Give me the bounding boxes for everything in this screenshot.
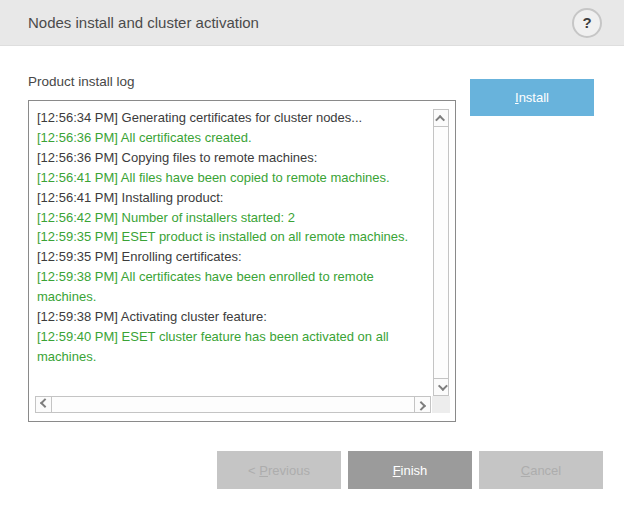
vertical-scrollbar[interactable] <box>433 109 449 396</box>
log-section-label: Product install log <box>28 74 135 89</box>
header: Nodes install and cluster activation ? <box>0 0 624 46</box>
help-button[interactable]: ? <box>572 8 602 38</box>
scroll-left-button[interactable] <box>36 397 52 412</box>
product-install-log[interactable]: [12:56:34 PM] Generating certificates fo… <box>28 100 456 422</box>
previous-button-prefix: < <box>248 463 259 478</box>
install-button[interactable]: Install <box>470 79 594 116</box>
log-line: [12:59:35 PM] ESET product is installed … <box>37 227 423 247</box>
log-line: [12:56:42 PM] Number of installers start… <box>37 208 423 228</box>
previous-button-label: revious <box>268 463 310 478</box>
install-button-label: nstall <box>519 90 549 105</box>
scroll-up-button[interactable] <box>434 110 448 127</box>
log-line: [12:56:41 PM] Installing product: <box>37 188 423 208</box>
scroll-down-button[interactable] <box>434 378 448 395</box>
previous-button-accel: P <box>259 463 268 478</box>
finish-button[interactable]: Finish <box>348 451 472 489</box>
question-mark-icon: ? <box>582 14 591 31</box>
log-line: [12:59:38 PM] Activating cluster feature… <box>37 307 423 327</box>
log-line: [12:59:35 PM] Enrolling certificates: <box>37 247 423 267</box>
chevron-right-icon <box>416 401 426 411</box>
scrollbar-corner <box>432 396 450 413</box>
log-text-area: [12:56:34 PM] Generating certificates fo… <box>29 101 455 421</box>
chevron-up-icon <box>435 114 445 124</box>
previous-button[interactable]: < Previous <box>217 451 341 489</box>
log-line: [12:56:41 PM] All files have been copied… <box>37 168 423 188</box>
log-line: [12:59:38 PM] All certificates have been… <box>37 267 423 307</box>
page-title: Nodes install and cluster activation <box>28 14 259 31</box>
chevron-left-icon <box>40 398 50 408</box>
scroll-right-button[interactable] <box>414 397 430 412</box>
finish-button-accel: F <box>393 463 401 478</box>
log-line: [12:56:34 PM] Generating certificates fo… <box>37 108 423 128</box>
log-line: [12:56:36 PM] Copying files to remote ma… <box>37 148 423 168</box>
log-line: [12:56:36 PM] All certificates created. <box>37 128 423 148</box>
cancel-button[interactable]: Cancel <box>479 451 603 489</box>
wizard-window: Nodes install and cluster activation ? P… <box>0 0 624 511</box>
chevron-down-icon <box>437 381 447 391</box>
horizontal-scrollbar[interactable] <box>35 396 431 413</box>
finish-button-label: inish <box>401 463 428 478</box>
log-line: [12:59:40 PM] ESET cluster feature has b… <box>37 327 423 367</box>
cancel-button-label: ancel <box>530 463 561 478</box>
cancel-button-accel: C <box>521 463 530 478</box>
